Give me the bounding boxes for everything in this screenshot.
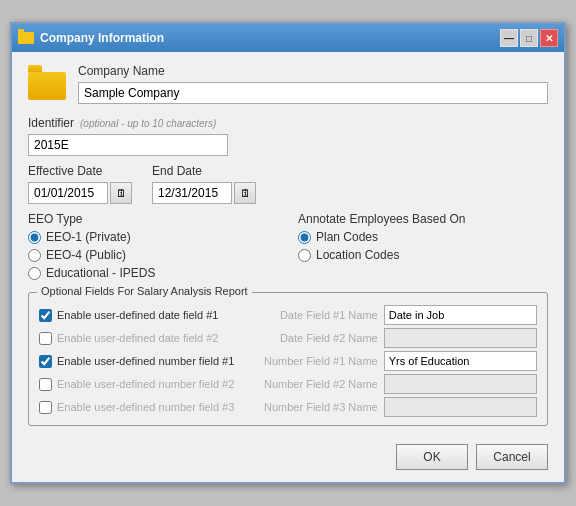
- salary-name-label-2: Number Field #1 Name: [247, 355, 383, 367]
- identifier-hint: (optional - up to 10 characters): [80, 118, 216, 129]
- effective-date-label: Effective Date: [28, 164, 132, 178]
- minimize-button[interactable]: —: [500, 29, 518, 47]
- identifier-row: Identifier (optional - up to 10 characte…: [28, 116, 548, 156]
- eeo-type-label: EEO Type: [28, 212, 278, 226]
- salary-row-0: Enable user-defined date field #1 Date F…: [39, 305, 537, 325]
- salary-name-label-1: Date Field #2 Name: [247, 332, 383, 344]
- salary-row-3: Enable user-defined number field #2 Numb…: [39, 374, 537, 394]
- title-bar: Company Information — □ ✕: [12, 24, 564, 52]
- effective-date-input-row: 🗓: [28, 182, 132, 204]
- folder-icon: [28, 68, 68, 100]
- salary-field-text-4: Enable user-defined number field #3: [57, 401, 234, 413]
- salary-check-label-1[interactable]: Enable user-defined date field #2: [39, 332, 247, 345]
- salary-row-4: Enable user-defined number field #3 Numb…: [39, 397, 537, 417]
- ok-button[interactable]: OK: [396, 444, 468, 470]
- salary-checkbox-3[interactable]: [39, 378, 52, 391]
- effective-date-input[interactable]: [28, 182, 108, 204]
- header-area: Company Name: [28, 64, 548, 104]
- eeo-type-radio-group: EEO-1 (Private) EEO-4 (Public) Education…: [28, 230, 278, 280]
- title-bar-left: Company Information: [18, 30, 164, 46]
- bottom-bar: OK Cancel: [12, 436, 564, 482]
- maximize-button[interactable]: □: [520, 29, 538, 47]
- eeo-radio-1[interactable]: [28, 249, 41, 262]
- end-date-calendar-button[interactable]: 🗓: [234, 182, 256, 204]
- salary-name-label-4: Number Field #3 Name: [247, 401, 383, 413]
- salary-check-label-4[interactable]: Enable user-defined number field #3: [39, 401, 247, 414]
- eeo-option-1[interactable]: EEO-4 (Public): [28, 248, 278, 262]
- salary-name-label-3: Number Field #2 Name: [247, 378, 383, 390]
- salary-name-label-0: Date Field #1 Name: [247, 309, 383, 321]
- annotate-label: Annotate Employees Based On: [298, 212, 548, 226]
- end-date-group: End Date 🗓: [152, 164, 256, 204]
- company-name-label: Company Name: [78, 64, 548, 78]
- eeo-label-1: EEO-4 (Public): [46, 248, 126, 262]
- two-panels: EEO Type EEO-1 (Private) EEO-4 (Public) …: [28, 212, 548, 280]
- company-name-input[interactable]: [78, 82, 548, 104]
- end-date-label: End Date: [152, 164, 256, 178]
- dates-row: Effective Date 🗓 End Date 🗓: [28, 164, 548, 204]
- end-date-input-row: 🗓: [152, 182, 256, 204]
- salary-row-2: Enable user-defined number field #1 Numb…: [39, 351, 537, 371]
- eeo-option-0[interactable]: EEO-1 (Private): [28, 230, 278, 244]
- dialog-content: Company Name Identifier (optional - up t…: [12, 52, 564, 436]
- salary-check-label-3[interactable]: Enable user-defined number field #2: [39, 378, 247, 391]
- annotate-radio-group: Plan Codes Location Codes: [298, 230, 548, 262]
- eeo-label-0: EEO-1 (Private): [46, 230, 131, 244]
- annotate-label-1: Location Codes: [316, 248, 399, 262]
- annotate-radio-0[interactable]: [298, 231, 311, 244]
- annotate-label-0: Plan Codes: [316, 230, 378, 244]
- window-icon: [18, 30, 34, 46]
- salary-field-text-2: Enable user-defined number field #1: [57, 355, 234, 367]
- annotate-panel: Annotate Employees Based On Plan Codes L…: [298, 212, 548, 280]
- salary-check-label-2[interactable]: Enable user-defined number field #1: [39, 355, 247, 368]
- eeo-radio-2[interactable]: [28, 267, 41, 280]
- optional-fields-group: Optional Fields For Salary Analysis Repo…: [28, 292, 548, 426]
- eeo-type-panel: EEO Type EEO-1 (Private) EEO-4 (Public) …: [28, 212, 278, 280]
- title-controls: — □ ✕: [500, 29, 558, 47]
- salary-field-text-0: Enable user-defined date field #1: [57, 309, 218, 321]
- identifier-label: Identifier: [28, 116, 74, 130]
- annotate-radio-1[interactable]: [298, 249, 311, 262]
- window-title: Company Information: [40, 31, 164, 45]
- salary-checkbox-2[interactable]: [39, 355, 52, 368]
- eeo-radio-0[interactable]: [28, 231, 41, 244]
- cancel-button[interactable]: Cancel: [476, 444, 548, 470]
- salary-name-input-0[interactable]: [384, 305, 537, 325]
- effective-date-group: Effective Date 🗓: [28, 164, 132, 204]
- annotate-option-1[interactable]: Location Codes: [298, 248, 548, 262]
- salary-name-input-2[interactable]: [384, 351, 537, 371]
- optional-fields-title: Optional Fields For Salary Analysis Repo…: [37, 285, 252, 297]
- salary-checkbox-4[interactable]: [39, 401, 52, 414]
- salary-checkbox-1[interactable]: [39, 332, 52, 345]
- effective-date-calendar-button[interactable]: 🗓: [110, 182, 132, 204]
- salary-field-text-1: Enable user-defined date field #2: [57, 332, 218, 344]
- annotate-option-0[interactable]: Plan Codes: [298, 230, 548, 244]
- salary-row-1: Enable user-defined date field #2 Date F…: [39, 328, 537, 348]
- salary-name-input-1: [384, 328, 537, 348]
- salary-name-input-4: [384, 397, 537, 417]
- end-date-input[interactable]: [152, 182, 232, 204]
- identifier-label-row: Identifier (optional - up to 10 characte…: [28, 116, 548, 132]
- eeo-option-2[interactable]: Educational - IPEDS: [28, 266, 278, 280]
- salary-field-text-3: Enable user-defined number field #2: [57, 378, 234, 390]
- identifier-input[interactable]: [28, 134, 228, 156]
- salary-check-label-0[interactable]: Enable user-defined date field #1: [39, 309, 247, 322]
- company-info-dialog: Company Information — □ ✕ Company Name I…: [10, 22, 566, 484]
- salary-name-input-3: [384, 374, 537, 394]
- eeo-label-2: Educational - IPEDS: [46, 266, 155, 280]
- close-button[interactable]: ✕: [540, 29, 558, 47]
- salary-fields: Enable user-defined date field #1 Date F…: [39, 305, 537, 417]
- salary-checkbox-0[interactable]: [39, 309, 52, 322]
